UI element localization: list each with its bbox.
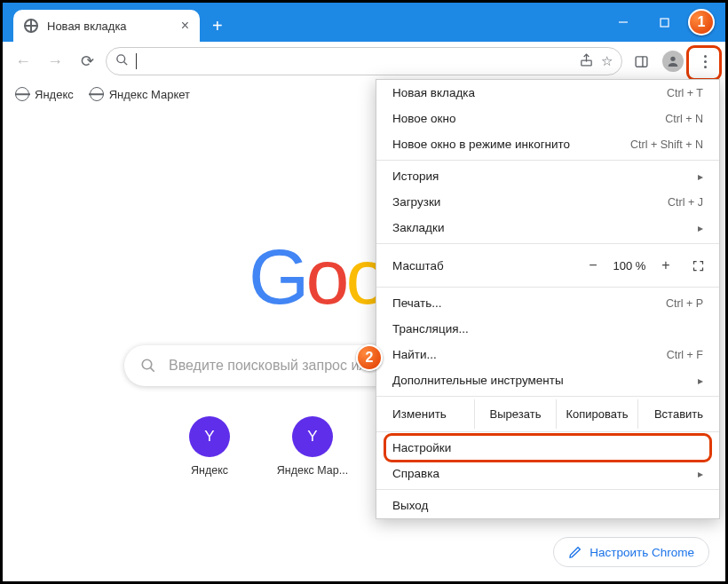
chrome-menu: Новая вкладкаCtrl + T Новое окноCtrl + N… bbox=[376, 79, 720, 519]
window-titlebar: Новая вкладка × + bbox=[3, 3, 725, 42]
globe-icon bbox=[15, 87, 29, 101]
svg-rect-7 bbox=[636, 56, 647, 66]
svg-line-11 bbox=[151, 368, 154, 372]
close-window-button[interactable] bbox=[684, 3, 725, 42]
back-button[interactable]: ← bbox=[10, 48, 36, 75]
reload-button[interactable]: ⟳ bbox=[74, 48, 100, 75]
profile-button[interactable] bbox=[660, 48, 686, 75]
menu-item-cast[interactable]: Трансляция... bbox=[376, 316, 719, 342]
svg-point-10 bbox=[142, 359, 152, 369]
address-input[interactable] bbox=[144, 54, 354, 68]
menu-item-zoom: Масштаб − 100 % + bbox=[376, 247, 719, 284]
menu-item-history[interactable]: История▸ bbox=[376, 163, 719, 189]
svg-point-4 bbox=[117, 55, 125, 63]
close-icon[interactable]: × bbox=[181, 18, 189, 34]
menu-item-exit[interactable]: Выход bbox=[376, 493, 719, 518]
bookmark-item[interactable]: Яндекс Маркет bbox=[90, 87, 190, 101]
share-icon[interactable] bbox=[579, 52, 594, 70]
bookmark-label: Яндекс bbox=[35, 88, 74, 101]
edit-label: Изменить bbox=[376, 399, 474, 429]
chevron-right-icon: ▸ bbox=[698, 375, 703, 387]
forward-button[interactable]: → bbox=[42, 48, 68, 75]
edit-paste[interactable]: Вставить bbox=[637, 399, 719, 429]
menu-item-downloads[interactable]: ЗагрузкиCtrl + J bbox=[376, 189, 719, 215]
shortcut-icon: Y bbox=[292, 416, 333, 457]
star-icon[interactable]: ☆ bbox=[601, 53, 613, 69]
menu-item-settings[interactable]: Настройки bbox=[376, 435, 719, 461]
bookmark-label: Яндекс Маркет bbox=[109, 88, 190, 101]
zoom-in-button[interactable]: + bbox=[653, 253, 678, 278]
fullscreen-button[interactable] bbox=[685, 253, 710, 278]
menu-item-new-tab[interactable]: Новая вкладкаCtrl + T bbox=[376, 80, 719, 106]
customize-label: Настроить Chrome bbox=[590, 546, 694, 559]
tab-title: Новая вкладка bbox=[47, 20, 172, 33]
menu-item-edit: Изменить Вырезать Копировать Вставить bbox=[376, 399, 719, 429]
shortcut-tile[interactable]: YЯндекс bbox=[170, 416, 249, 477]
search-icon bbox=[140, 358, 156, 374]
window-controls bbox=[603, 3, 725, 42]
search-icon bbox=[115, 53, 129, 69]
edit-copy[interactable]: Копировать bbox=[556, 399, 637, 429]
menu-item-print[interactable]: Печать...Ctrl + P bbox=[376, 290, 719, 316]
minimize-button[interactable] bbox=[603, 3, 644, 42]
search-placeholder: Введите поисковый запрос или URL bbox=[169, 358, 408, 374]
maximize-button[interactable] bbox=[644, 3, 684, 42]
zoom-label: Масштаб bbox=[392, 259, 581, 272]
menu-item-more-tools[interactable]: Дополнительные инструменты▸ bbox=[376, 367, 719, 393]
bookmark-item[interactable]: Яндекс bbox=[15, 87, 74, 101]
menu-item-bookmarks[interactable]: Закладки▸ bbox=[376, 215, 719, 241]
address-bar[interactable]: ☆ bbox=[106, 47, 622, 75]
zoom-value: 100 % bbox=[605, 259, 653, 272]
menu-item-find[interactable]: Найти...Ctrl + F bbox=[376, 342, 719, 367]
menu-button[interactable] bbox=[692, 48, 718, 75]
shortcut-icon: Y bbox=[189, 416, 230, 457]
new-tab-button[interactable]: + bbox=[200, 10, 235, 42]
globe-icon bbox=[24, 19, 38, 33]
customize-chrome-button[interactable]: Настроить Chrome bbox=[553, 537, 709, 567]
shortcut-label: Яндекс Мар... bbox=[277, 464, 348, 477]
side-panel-icon[interactable] bbox=[628, 48, 654, 75]
chevron-right-icon: ▸ bbox=[698, 170, 703, 183]
svg-point-9 bbox=[670, 57, 675, 61]
menu-item-help[interactable]: Справка▸ bbox=[376, 461, 719, 486]
toolbar: ← → ⟳ ☆ bbox=[3, 42, 725, 81]
browser-tab[interactable]: Новая вкладка × bbox=[13, 10, 200, 42]
globe-icon bbox=[90, 87, 104, 101]
menu-item-incognito[interactable]: Новое окно в режиме инкогнитоCtrl + Shif… bbox=[376, 131, 719, 157]
chevron-right-icon: ▸ bbox=[698, 222, 703, 234]
menu-item-new-window[interactable]: Новое окноCtrl + N bbox=[376, 106, 719, 131]
chevron-right-icon: ▸ bbox=[698, 468, 703, 480]
svg-line-5 bbox=[124, 62, 127, 65]
zoom-out-button[interactable]: − bbox=[581, 253, 605, 278]
shortcut-tile[interactable]: YЯндекс Мар... bbox=[273, 416, 352, 477]
pencil-icon bbox=[568, 545, 582, 559]
text-cursor bbox=[136, 53, 137, 69]
shortcut-label: Яндекс bbox=[191, 464, 228, 477]
edit-cut[interactable]: Вырезать bbox=[474, 399, 556, 429]
svg-rect-1 bbox=[661, 19, 669, 27]
